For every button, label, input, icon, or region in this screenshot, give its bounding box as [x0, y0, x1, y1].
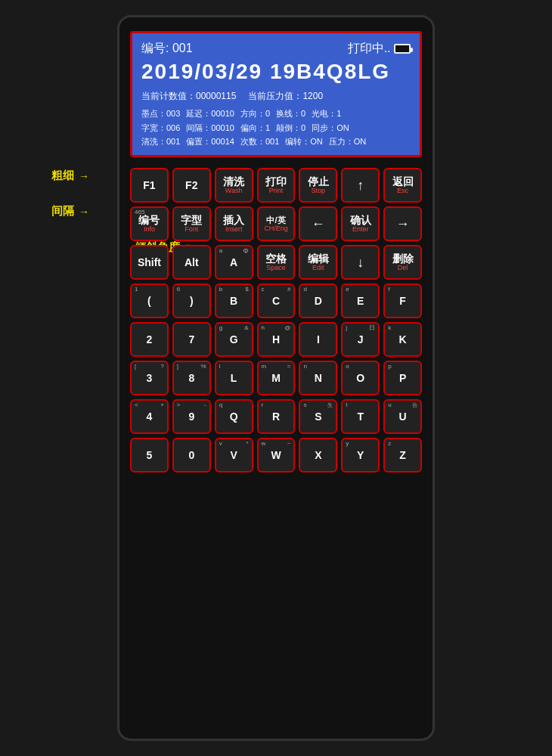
key-b[interactable]: b $ B — [215, 284, 253, 318]
key-f2[interactable]: F2 — [172, 168, 211, 203]
lcd-counters: 当前计数值：00000115 当前压力值：1200 — [141, 90, 411, 103]
key-2[interactable]: 2 — [130, 322, 169, 357]
key-stop[interactable]: 停止Stop — [299, 168, 337, 203]
key-alt[interactable]: Alt — [172, 245, 211, 280]
key-row-7: < + 4 > - 9 q Q r R s 生 S — [130, 399, 422, 434]
key-ch-eng[interactable]: 中/英CH/Eng — [257, 206, 296, 241]
jian-xi-label: 间隔 → — [51, 204, 89, 218]
keyboard: F1 F2 清洗Wash 打印Print 停止Stop ↑ 返回Esc 465 … — [130, 168, 422, 472]
key-shift[interactable]: Shift — [130, 245, 169, 280]
key-f[interactable]: f F — [383, 284, 422, 318]
key-4[interactable]: < + 4 — [130, 399, 169, 434]
key-3[interactable]: [ ? 3 — [130, 361, 169, 395]
key-paren-close[interactable]: 6 ) — [172, 284, 211, 318]
key-t[interactable]: t T — [341, 399, 380, 434]
key-del[interactable]: 删除Del — [383, 245, 422, 280]
key-row-8: 5 0 v * V w ~ W X y Y z — [130, 438, 422, 472]
key-insert[interactable]: 插入Insert — [215, 206, 253, 241]
key-row-6: [ ? 3 ] % 8 l L m = M n N — [130, 361, 422, 395]
key-print[interactable]: 打印Print — [257, 168, 296, 203]
key-c[interactable]: c # C — [257, 284, 296, 318]
key-row-4: 1 ( 6 ) b $ B c # C d D e — [130, 284, 422, 318]
key-edit[interactable]: 编辑Edit — [299, 245, 337, 280]
key-k[interactable]: k K — [383, 322, 422, 357]
cu-xi-arrow: → — [79, 170, 89, 182]
side-labels: 粗细 → 间隔 → — [51, 169, 89, 218]
key-i[interactable]: I — [299, 322, 337, 357]
cu-xi-label: 粗细 → — [51, 169, 89, 183]
key-wash[interactable]: 清洗Wash — [215, 168, 253, 203]
key-7[interactable]: 7 — [172, 322, 211, 357]
key-m[interactable]: m = M — [257, 361, 296, 395]
key-e[interactable]: e E — [341, 284, 380, 318]
key-w[interactable]: w ~ W — [257, 438, 296, 472]
key-row-3: Shift Alt a Φ A 空格Space 编辑Edit ↓ 删除Del — [130, 245, 422, 280]
lcd-id: 编号: 001 — [141, 41, 193, 57]
key-row-1: F1 F2 清洗Wash 打印Print 停止Stop ↑ 返回Esc — [130, 168, 422, 203]
key-o[interactable]: o O — [341, 361, 380, 395]
lcd-status: 打印中.. — [348, 41, 411, 57]
key-y[interactable]: y Y — [341, 438, 380, 472]
lcd-pressure: 当前压力值：1200 — [248, 90, 323, 103]
key-v[interactable]: v * V — [215, 438, 253, 472]
key-font[interactable]: 字型Font — [172, 206, 211, 241]
key-x[interactable]: X — [299, 438, 337, 472]
key-info[interactable]: 465 编号Info — [130, 206, 169, 241]
key-z[interactable]: z Z — [383, 438, 422, 472]
key-esc[interactable]: 返回Esc — [383, 168, 422, 203]
lcd-top-row: 编号: 001 打印中.. — [141, 41, 411, 57]
key-g[interactable]: g & G — [215, 322, 253, 357]
key-enter[interactable]: 确认Enter — [341, 206, 380, 241]
lcd-battery-icon — [394, 44, 411, 54]
key-space[interactable]: 空格Space — [257, 245, 296, 280]
key-up[interactable]: ↑ — [341, 168, 380, 203]
key-f1[interactable]: F1 — [130, 168, 169, 203]
lcd-main-text: 2019/03/29 19B4Q8LG — [141, 60, 411, 84]
key-0[interactable]: 0 — [172, 438, 211, 472]
key-right[interactable]: → — [383, 206, 422, 241]
key-j[interactable]: j 日 J — [341, 322, 380, 357]
key-5[interactable]: 5 — [130, 438, 169, 472]
key-p[interactable]: p P — [383, 361, 422, 395]
key-n[interactable]: n N — [299, 361, 337, 395]
key-left[interactable]: ← — [299, 206, 337, 241]
key-u[interactable]: u 合 U — [383, 399, 422, 434]
key-9[interactable]: > - 9 — [172, 399, 211, 434]
key-row-2: 465 编号Info 字型Font 插入Insert 中/英CH/Eng ← 确… — [130, 206, 422, 241]
key-s[interactable]: s 生 S — [299, 399, 337, 434]
lcd-count: 当前计数值：00000115 — [141, 90, 236, 103]
key-8[interactable]: ] % 8 — [172, 361, 211, 395]
key-d[interactable]: d D — [299, 284, 337, 318]
key-q[interactable]: q Q — [215, 399, 253, 434]
key-a[interactable]: a Φ A — [215, 245, 253, 280]
key-down[interactable]: ↓ — [341, 245, 380, 280]
key-l[interactable]: l L — [215, 361, 253, 395]
device-body: 粗细 → 间隔 → 倾斜角度 ↗ 编号: 001 打印中.. 2019/03/2… — [117, 15, 435, 741]
jian-xi-arrow: → — [79, 206, 89, 218]
lcd-screen: 编号: 001 打印中.. 2019/03/29 19B4Q8LG 当前计数值：… — [130, 31, 422, 157]
key-row-5: 2 7 g & G h @ H I j 日 J — [130, 322, 422, 357]
key-paren-open[interactable]: 1 ( — [130, 284, 169, 318]
key-h[interactable]: h @ H — [257, 322, 296, 357]
lcd-params: 墨点：003 延迟：00010 方向：0 换线：0 光电：1 字宽：006 间隔… — [141, 107, 411, 149]
key-r[interactable]: r R — [257, 399, 296, 434]
